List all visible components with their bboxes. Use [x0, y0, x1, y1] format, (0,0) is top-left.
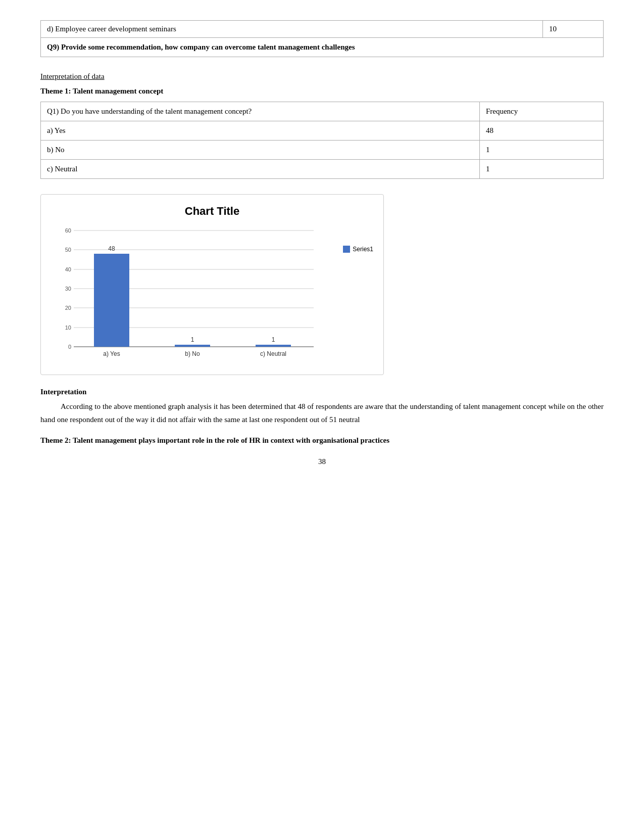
top-table-value: 10: [543, 21, 604, 38]
theme2-heading: Theme 2: Talent management plays importa…: [40, 434, 604, 447]
svg-text:30: 30: [65, 286, 71, 292]
svg-text:40: 40: [65, 266, 71, 272]
bar-yes: [94, 254, 129, 347]
svg-text:1: 1: [272, 336, 275, 343]
page-number: 38: [40, 457, 604, 466]
interpretation-paragraph: According to the above mentioned graph a…: [40, 400, 604, 426]
top-table-question: Q9) Provide some recommendation, how com…: [41, 38, 604, 57]
top-table-label: d) Employee career development seminars: [41, 21, 543, 38]
row-label-no: b) No: [41, 141, 480, 160]
svg-text:b) No: b) No: [185, 350, 200, 357]
table-row: c) Neutral 1: [41, 160, 604, 179]
svg-text:20: 20: [65, 305, 71, 311]
theme1-heading: Theme 1: Talent management concept: [40, 87, 604, 96]
chart-container: Chart Title 0 10 20 30 40 50: [40, 194, 384, 375]
row-value-no: 1: [479, 141, 603, 160]
table-header-frequency: Frequency: [479, 102, 603, 121]
legend-label-series1: Series1: [353, 246, 373, 253]
row-label-neutral: c) Neutral: [41, 160, 480, 179]
table-row: b) No 1: [41, 141, 604, 160]
interpretation-heading: Interpretation: [40, 388, 604, 396]
svg-text:a) Yes: a) Yes: [103, 350, 120, 357]
chart-title: Chart Title: [51, 205, 373, 218]
table-header-question: Q1) Do you have understanding of the tal…: [41, 102, 480, 121]
legend-color-series1: [343, 246, 350, 253]
svg-text:60: 60: [65, 227, 71, 234]
row-label-yes: a) Yes: [41, 121, 480, 141]
svg-text:48: 48: [108, 245, 115, 252]
svg-text:0: 0: [68, 344, 71, 350]
svg-text:1: 1: [191, 336, 194, 343]
svg-text:10: 10: [65, 325, 71, 331]
table-row: a) Yes 48: [41, 121, 604, 141]
bar-no: [175, 345, 210, 347]
data-table: Q1) Do you have understanding of the tal…: [40, 102, 604, 179]
chart-inner: 0 10 20 30 40 50 60 48 1 1: [51, 225, 335, 367]
legend-item-series1: Series1: [343, 246, 373, 253]
svg-text:50: 50: [65, 247, 71, 253]
row-value-neutral: 1: [479, 160, 603, 179]
row-value-yes: 48: [479, 121, 603, 141]
chart-area: 0 10 20 30 40 50 60 48 1 1: [51, 225, 373, 367]
top-table: d) Employee career development seminars …: [40, 20, 604, 57]
chart-legend: Series1: [335, 225, 373, 253]
interpretation-of-data-heading: Interpretation of data: [40, 72, 604, 81]
svg-text:c) Neutral: c) Neutral: [260, 350, 286, 357]
bar-neutral: [256, 345, 291, 347]
chart-svg: 0 10 20 30 40 50 60 48 1 1: [51, 225, 334, 367]
